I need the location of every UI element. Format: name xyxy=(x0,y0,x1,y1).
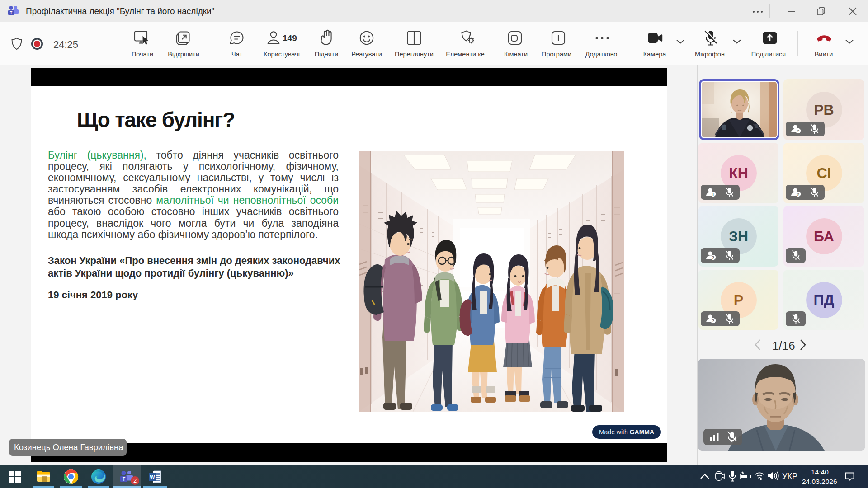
svg-text:?: ? xyxy=(712,318,715,323)
svg-text:?: ? xyxy=(797,192,800,197)
svg-text:?: ? xyxy=(712,255,715,260)
svg-text:?: ? xyxy=(797,128,800,133)
svg-text:!: ! xyxy=(712,192,714,197)
svg-text:T: T xyxy=(10,10,13,15)
svg-text:W: W xyxy=(150,474,155,480)
svg-text:T: T xyxy=(123,477,125,482)
